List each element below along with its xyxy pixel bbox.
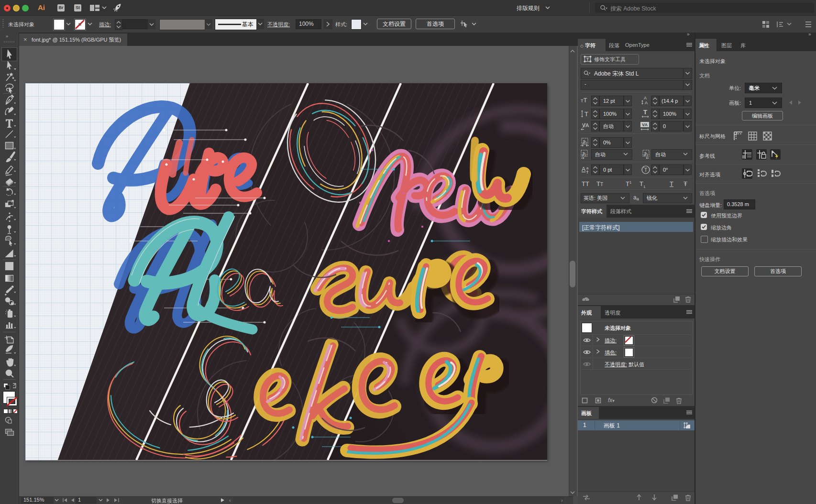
svg-text:T: T [644,167,647,173]
svg-text:A: A [585,122,589,128]
svg-text:T: T [586,57,589,62]
svg-text:あ: あ [582,151,586,156]
svg-text:A: A [582,166,585,173]
svg-text:VA: VA [642,122,648,127]
svg-text:T: T [584,110,588,118]
svg-text:A: A [644,96,647,100]
svg-text:a: a [586,166,589,170]
svg-text:T: T [643,109,647,116]
svg-text:A: A [645,100,648,105]
svg-text:あ: あ [582,139,587,144]
svg-text:あ: あ [643,151,648,156]
